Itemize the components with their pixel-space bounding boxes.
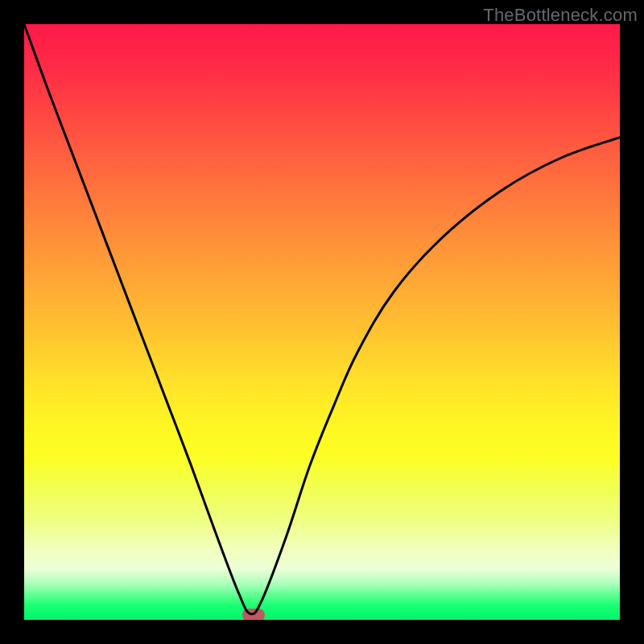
bottleneck-curve bbox=[24, 24, 620, 614]
plot-area bbox=[24, 24, 620, 620]
watermark-text: TheBottleneck.com bbox=[483, 5, 638, 26]
chart-frame: TheBottleneck.com bbox=[0, 0, 644, 644]
curve-svg bbox=[24, 24, 620, 620]
